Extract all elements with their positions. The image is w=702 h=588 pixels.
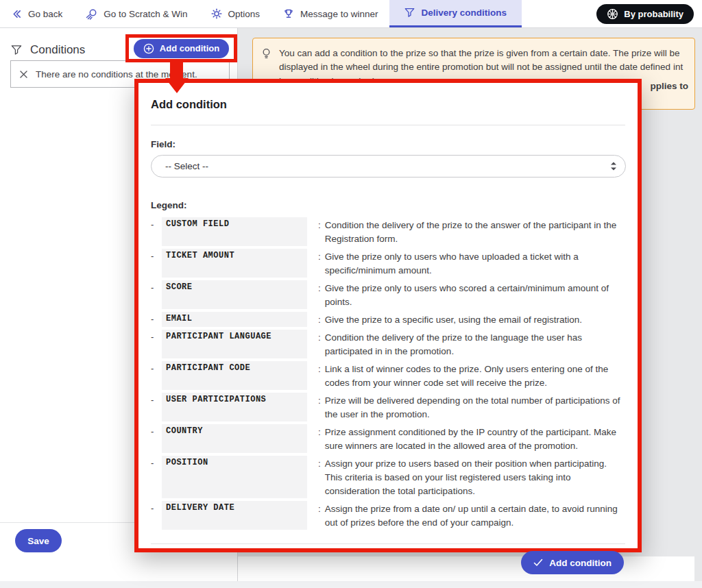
legend-table: - CUSTOM FIELD :Condition the delivery o… <box>151 217 625 530</box>
legend-row: - USER PARTICIPATIONS :Prize will be del… <box>151 393 625 421</box>
legend-dash: - <box>151 330 162 358</box>
legend-row: - POSITION :Assign your prize to users b… <box>151 456 625 498</box>
legend-term: EMAIL <box>162 312 307 327</box>
legend-row: - COUNTRY :Prize assignment conditioned … <box>151 424 625 453</box>
conditions-header: Conditions <box>11 43 85 57</box>
funnel-icon <box>404 8 415 18</box>
legend-description: :Give the prize only to users who have u… <box>307 249 625 278</box>
legend-description: :Condition the delivery of the prize to … <box>307 330 625 358</box>
x-icon <box>19 70 28 79</box>
legend-row: - PARTICIPANT CODE :Link a list of winne… <box>151 361 625 390</box>
nav-item-message-to-winner[interactable]: Message to winner <box>271 0 389 27</box>
legend-term: COUNTRY <box>162 424 307 453</box>
legend-row: - DELIVERY DATE :Assign the prize from a… <box>151 501 625 530</box>
plus-circle-icon <box>143 43 154 54</box>
legend-dash: - <box>151 312 162 327</box>
legend-row: - EMAIL :Give the prize to a specific us… <box>151 312 625 327</box>
legend-colon: : <box>318 363 321 390</box>
legend-dash: - <box>151 393 162 421</box>
modal-add-condition-button[interactable]: Add condition <box>521 551 624 574</box>
legend-colon: : <box>318 502 321 530</box>
tab-label: Delivery conditions <box>421 8 507 18</box>
comet-icon <box>86 8 97 20</box>
legend-colon: : <box>318 426 321 453</box>
modal-add-condition-label: Add condition <box>549 558 612 568</box>
legend-dash: - <box>151 361 162 390</box>
add-condition-modal: Add condition Field: -- Select -- Legend… <box>134 79 642 552</box>
nav-item-label: Go to Scratch & Win <box>104 9 187 19</box>
legend-term: POSITION <box>162 456 307 498</box>
legend-dash: - <box>151 424 162 453</box>
legend-description: :Give the prize only to users who scored… <box>307 280 625 309</box>
legend-dash: - <box>151 280 162 309</box>
legend-description: :Assign your prize to users based on the… <box>307 456 625 498</box>
add-condition-label: Add condition <box>160 43 219 53</box>
legend-label: Legend: <box>151 200 625 210</box>
legend-dash: - <box>151 217 162 246</box>
chevrons-left-icon <box>12 9 22 19</box>
wheel-icon <box>607 8 618 20</box>
top-navigation: Go back Go to Scratch & Win Options <box>0 0 702 28</box>
legend-term: SCORE <box>162 280 307 309</box>
divider <box>151 125 625 125</box>
legend-term: TICKET AMOUNT <box>162 249 307 278</box>
gear-icon <box>211 8 222 19</box>
legend-colon: : <box>318 394 321 421</box>
legend-colon: : <box>318 219 321 246</box>
legend-dash: - <box>151 501 162 530</box>
annotation-arrow-head <box>165 78 189 93</box>
annotation-arrow <box>170 61 183 79</box>
legend-term: USER PARTICIPATIONS <box>162 393 307 421</box>
by-probability-button[interactable]: By probability <box>596 4 694 24</box>
legend-colon: : <box>318 250 321 278</box>
legend-description: :Prize will be delivered depending on th… <box>307 393 625 421</box>
legend-colon: : <box>318 331 321 358</box>
nav-item-options[interactable]: Options <box>199 0 272 27</box>
legend-row: - SCORE :Give the prize only to users wh… <box>151 280 625 309</box>
nav-item-label: Message to winner <box>300 9 378 19</box>
legend-description: :Condition the delivery of the prize to … <box>307 217 625 246</box>
tab-delivery-conditions[interactable]: Delivery conditions <box>389 0 522 27</box>
legend-colon: : <box>318 313 321 327</box>
legend-dash: - <box>151 456 162 498</box>
field-select-wrapper: -- Select -- <box>151 155 626 177</box>
legend-row: - CUSTOM FIELD :Condition the delivery o… <box>151 217 625 246</box>
trophy-icon <box>283 8 294 19</box>
check-icon <box>533 559 543 567</box>
save-button[interactable]: Save <box>15 529 62 552</box>
legend-dash: - <box>151 249 162 278</box>
conditions-title: Conditions <box>30 43 85 57</box>
legend-term: DELIVERY DATE <box>162 501 307 530</box>
nav-item-go-to-scratch-and-win[interactable]: Go to Scratch & Win <box>74 0 199 27</box>
nav-item-go-back[interactable]: Go back <box>0 0 74 27</box>
page-bottom-strip <box>0 581 702 588</box>
add-condition-button[interactable]: Add condition <box>134 39 229 58</box>
legend-row: - TICKET AMOUNT :Give the prize only to … <box>151 249 625 278</box>
legend-description: :Prize assignment conditioned by the IP … <box>307 424 625 453</box>
nav-item-label: Options <box>228 9 261 19</box>
by-probability-label: By probability <box>624 9 683 19</box>
modal-footer: Add condition <box>149 544 625 574</box>
legend-term: PARTICIPANT CODE <box>162 361 307 390</box>
legend-description: :Link a list of winner codes to the priz… <box>307 361 625 390</box>
legend-description: :Assign the prize from a date on/ up unt… <box>307 501 625 530</box>
legend-row: - PARTICIPANT LANGUAGE :Condition the de… <box>151 330 625 358</box>
legend-colon: : <box>318 282 321 309</box>
modal-title: Add condition <box>151 98 625 111</box>
legend-colon: : <box>318 457 321 498</box>
funnel-icon <box>11 45 22 56</box>
field-label: Field: <box>151 139 625 149</box>
info-box-partial-text: pplies to <box>650 81 688 91</box>
nav-item-label: Go back <box>28 9 62 19</box>
legend-term: PARTICIPANT LANGUAGE <box>162 330 307 358</box>
legend-term: CUSTOM FIELD <box>162 217 307 246</box>
legend-description: :Give the prize to a specific user, usin… <box>307 312 625 327</box>
annotation-highlight-box: Add condition <box>125 34 237 62</box>
field-select[interactable]: -- Select -- <box>151 155 626 177</box>
